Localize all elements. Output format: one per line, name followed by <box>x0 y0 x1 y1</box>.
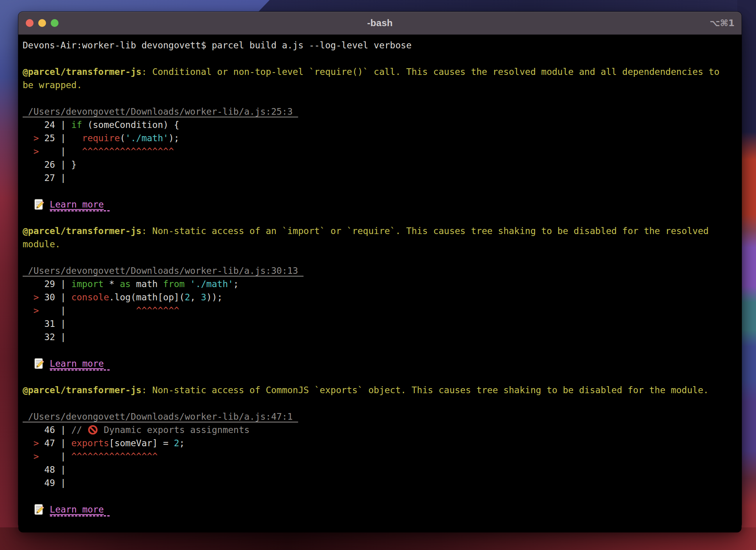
text-segment <box>23 504 34 515</box>
window-shortcut-badge: ⌥⌘1 <box>710 18 735 28</box>
text-segment: > <box>23 305 39 316</box>
terminal-line <box>23 52 742 65</box>
text-segment: | <box>39 146 82 156</box>
text-segment: : Non-static access of an `import` or `r… <box>142 226 709 236</box>
text-segment: 29 | <box>23 279 71 289</box>
text-segment: // <box>71 425 88 435</box>
terminal-line: 48 | <box>23 463 742 476</box>
text-segment: : Conditional or non-top-level `require(… <box>142 67 720 77</box>
text-segment: 48 | <box>23 465 66 475</box>
no-entry-icon <box>87 424 98 436</box>
text-segment: @parcel/transformer-js <box>23 67 142 77</box>
text-segment: > <box>23 146 39 156</box>
terminal-line: Devons-Air:worker-lib devongovett$ parce… <box>23 39 742 52</box>
terminal-line: 26 | } <box>23 158 742 171</box>
terminal-line: Learn more <box>23 503 742 516</box>
text-segment: 2 <box>185 292 190 302</box>
terminal-line: @parcel/transformer-js: Conditional or n… <box>23 65 742 78</box>
terminal-line <box>23 251 742 264</box>
text-segment: .log(math[op]( <box>109 292 185 302</box>
text-segment: > <box>23 292 39 302</box>
terminal-line: 29 | import * as math from './math'; <box>23 277 742 291</box>
text-segment: )); <box>206 292 223 302</box>
terminal-line <box>23 370 742 383</box>
text-segment <box>23 358 34 369</box>
text-segment: > <box>23 451 39 461</box>
text-segment: 25 | <box>39 133 82 143</box>
terminal-line: 49 | <box>23 476 742 490</box>
terminal-line: /Users/devongovett/Downloads/worker-lib/… <box>23 410 742 423</box>
memo-icon <box>34 504 44 515</box>
learn-more-link[interactable]: Learn more <box>50 199 110 211</box>
text-segment: /Users/devongovett/Downloads/worker-lib/… <box>23 266 303 276</box>
terminal-line: @parcel/transformer-js: Non-static acces… <box>23 224 742 238</box>
terminal-line: Learn more <box>23 357 742 370</box>
text-segment <box>44 504 50 515</box>
terminal-line: Learn more <box>23 198 742 211</box>
text-segment: module. <box>23 239 60 249</box>
learn-more-link[interactable]: Learn more <box>50 358 110 371</box>
terminal-line: be wrapped. <box>23 78 742 92</box>
text-segment: console <box>71 292 109 302</box>
text-segment: ^^^^^^^^^^^^^^^^ <box>71 451 158 461</box>
terminal-line: module. <box>23 238 742 251</box>
terminal-line <box>23 490 742 503</box>
text-segment: ; <box>179 438 185 448</box>
text-segment: 31 | <box>23 319 66 329</box>
text-segment: as <box>120 279 131 289</box>
terminal-line: > | ^^^^^^^^ <box>23 304 742 317</box>
terminal-line: > 47 | exports[someVar] = 2; <box>23 436 742 450</box>
text-segment: * <box>104 279 120 289</box>
terminal-line <box>23 211 742 224</box>
text-segment: ( <box>120 133 125 143</box>
terminal-line: > | ^^^^^^^^^^^^^^^^^ <box>23 145 742 158</box>
learn-more-link[interactable]: Learn more <box>50 504 110 516</box>
text-segment: | <box>39 305 136 316</box>
window-titlebar[interactable]: -bash ⌥⌘1 <box>18 12 742 35</box>
terminal-line <box>23 185 742 198</box>
text-segment: @parcel/transformer-js <box>23 226 142 236</box>
text-segment: ^^^^^^^^^^^^^^^^^ <box>82 146 174 156</box>
text-segment: @parcel/transformer-js <box>23 385 142 395</box>
text-segment: 26 | } <box>23 160 76 170</box>
text-segment: 46 | <box>23 425 71 435</box>
text-segment <box>44 358 50 369</box>
terminal-line: 46 | // Dynamic exports assignments <box>23 423 742 436</box>
terminal-output[interactable]: Devons-Air:worker-lib devongovett$ parce… <box>18 35 742 532</box>
text-segment: /Users/devongovett/Downloads/worker-lib/… <box>23 412 298 422</box>
text-segment: './math' <box>190 279 233 289</box>
text-segment: ^^^^^^^^ <box>136 305 179 316</box>
text-segment: 30 | <box>39 292 71 302</box>
memo-icon <box>34 358 44 369</box>
terminal-line: 32 | <box>23 330 742 344</box>
text-segment: ); <box>169 133 179 143</box>
window-title: -bash <box>18 18 742 28</box>
text-segment: Devons-Air:worker-lib devongovett$ parce… <box>23 40 412 50</box>
text-segment: be wrapped. <box>23 80 82 90</box>
text-segment: Dynamic exports assignments <box>98 425 250 435</box>
terminal-line: 27 | <box>23 171 742 185</box>
terminal-line: /Users/devongovett/Downloads/worker-lib/… <box>23 264 742 277</box>
text-segment: from <box>163 279 185 289</box>
terminal-line <box>23 92 742 105</box>
terminal-line: > 25 | require('./math'); <box>23 131 742 145</box>
text-segment: > <box>23 133 39 143</box>
text-segment: './math' <box>125 133 169 143</box>
terminal-line: 31 | <box>23 317 742 330</box>
text-segment: 3 <box>201 292 206 302</box>
terminal-window: -bash ⌥⌘1 Devons-Air:worker-lib devongov… <box>18 12 742 529</box>
text-segment <box>185 279 190 289</box>
terminal-line: > 30 | console.log(math[op](2, 3)); <box>23 291 742 304</box>
terminal-line: 24 | if (someCondition) { <box>23 118 742 131</box>
text-segment: 24 | <box>23 120 71 130</box>
text-segment: 47 | <box>39 438 71 448</box>
text-segment: 27 | <box>23 173 66 183</box>
text-segment: if <box>71 120 82 130</box>
text-segment: /Users/devongovett/Downloads/worker-lib/… <box>23 106 298 117</box>
text-segment: 49 | <box>23 478 66 488</box>
text-segment: exports <box>71 438 109 448</box>
terminal-line: @parcel/transformer-js: Non-static acces… <box>23 383 742 397</box>
text-segment <box>23 199 34 209</box>
text-segment: > <box>23 438 39 448</box>
terminal-line <box>23 344 742 357</box>
